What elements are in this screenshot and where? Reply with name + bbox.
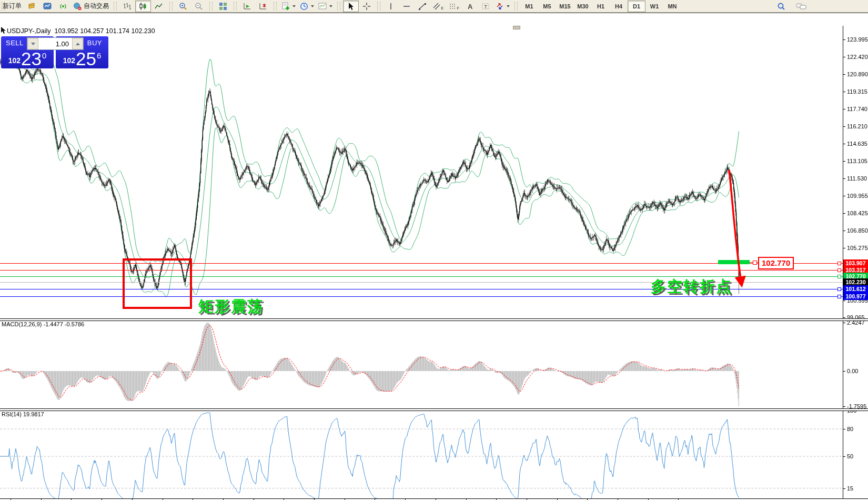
vertical-line-button[interactable] [383,1,399,12]
trendline-button[interactable] [415,1,430,12]
price-tick-label: 120.890 [847,71,868,77]
svg-text:T: T [485,4,488,9]
price-tick-label: 105.275 [847,245,868,251]
channel-icon [432,2,441,11]
tf-w1-label: W1 [650,3,659,9]
dropdown-caret-icon[interactable] [507,5,510,7]
rsi-indicator-label: RSI(14) 19.9817 [2,411,44,417]
dropdown-caret-icon[interactable] [292,5,296,7]
window-splitter-handle[interactable] [513,26,520,29]
tf-h1[interactable]: H1 [592,1,610,12]
cursor-button[interactable] [343,1,359,12]
macd-pane-separator[interactable] [0,318,868,321]
glyph-E: E [441,6,443,11]
toolbar-group-cursor-tools [342,0,376,12]
indicators-button[interactable] [279,1,298,12]
rectangle-annotation[interactable] [123,258,192,309]
line-handle[interactable] [837,275,841,278]
price-tick [843,178,845,179]
new-order-button[interactable]: 新订单 [7,1,24,12]
hline-icon [402,2,411,11]
crosshair-button[interactable] [359,1,375,12]
price-tick-label: 116.210 [847,123,867,129]
dropdown-caret-icon[interactable] [311,5,314,7]
toolbar-grip[interactable] [337,2,340,11]
tf-mn[interactable]: MN [663,1,681,12]
tf-m5[interactable]: M5 [538,1,556,12]
time-axis[interactable] [0,498,868,499]
tf-h1-label: H1 [597,3,604,9]
line-handle[interactable] [837,287,841,291]
text-button[interactable]: A [462,1,478,12]
volume-decrease-button[interactable] [27,38,38,49]
autotrade-button[interactable]: 自动交易 [71,1,111,12]
macd-tick [843,406,845,407]
price-tick [843,231,845,231]
toolbar-grip[interactable] [514,2,518,11]
tf-m15[interactable]: M15 [556,1,574,12]
zoom-out-button[interactable] [191,1,207,12]
chat-button[interactable] [793,1,809,12]
arrows-button[interactable] [493,1,512,12]
svg-text:A: A [468,3,473,11]
tf-m30[interactable]: M30 [574,1,592,12]
tile-windows-button[interactable] [215,1,231,12]
text-annotation[interactable]: 矩形震荡 [198,296,264,317]
price-tick-label: 108.425 [847,210,868,216]
equidistant-channel-button[interactable]: E [430,1,446,12]
toolbar-grip[interactable] [209,2,213,11]
callout-anchor-handle[interactable] [753,261,757,265]
tf-m1[interactable]: M1 [520,1,538,12]
tf-m1-label: M1 [525,3,533,9]
signals-button[interactable] [55,1,71,12]
zoom-in-button[interactable] [175,1,191,12]
bar-chart-button[interactable] [119,1,135,12]
crosshair-icon [362,2,371,11]
toolbar-right [773,0,809,12]
shift-icon [259,2,267,11]
price-tick-label: 111.530 [847,175,867,182]
line-handle[interactable] [837,268,841,272]
text-annotation[interactable]: 多空转折点 [651,276,732,297]
search-button[interactable] [773,1,789,12]
rsi-pane-separator[interactable] [0,408,868,411]
autotrade-button-label: 自动交易 [84,2,109,11]
horizontal-line-button[interactable] [399,1,415,12]
text-label-button[interactable]: T [478,1,493,12]
price-tick [843,144,845,144]
chart-shift-button[interactable] [255,1,271,12]
price-tick [843,39,845,40]
volume-input[interactable] [38,39,72,48]
terminal-icon [43,2,52,11]
toolbar-grip[interactable] [274,2,277,11]
fibonacci-button[interactable]: F [446,1,462,12]
terminal-button[interactable] [39,1,55,12]
auto-scroll-button[interactable] [239,1,255,12]
chart-symbol-period: USDJPY-,Daily [7,27,51,35]
tf-h4[interactable]: H4 [610,1,628,12]
line-handle[interactable] [837,295,841,298]
line-handle[interactable] [837,262,841,265]
price-tick [843,126,845,127]
tf-d1[interactable]: D1 [628,1,645,12]
line-chart-button[interactable] [151,1,167,12]
templates-button[interactable] [316,1,335,12]
price-tick-label: 123.995 [847,36,868,43]
toolbar-grip[interactable] [169,2,173,11]
price-tick-label: 122.420 [847,54,868,60]
toolbar-group-chart-tools [278,0,336,12]
chart-window: USDJPY-,Daily 103.952 104.257 101.174 10… [0,13,868,495]
volume-increase-button[interactable] [72,38,83,49]
price-callout-label[interactable]: 102.770 [758,257,794,269]
toolbar-grip[interactable] [114,2,117,11]
toolbar-grip[interactable] [377,2,380,11]
one-click-trading-panel: SELL 102230 BUY 102256 [1,36,108,68]
periods-button[interactable] [298,1,316,12]
toolbar-grip[interactable] [234,2,237,11]
toolbar: 新订单自动交易EFATM1M5M15M30H1H4D1W1MN [0,0,868,13]
candlestick-chart-button[interactable] [135,1,151,12]
down-arrow-annotation[interactable] [723,167,748,295]
tf-w1[interactable]: W1 [645,1,663,12]
dropdown-caret-icon[interactable] [329,5,332,7]
market-watch-button[interactable] [24,1,39,12]
